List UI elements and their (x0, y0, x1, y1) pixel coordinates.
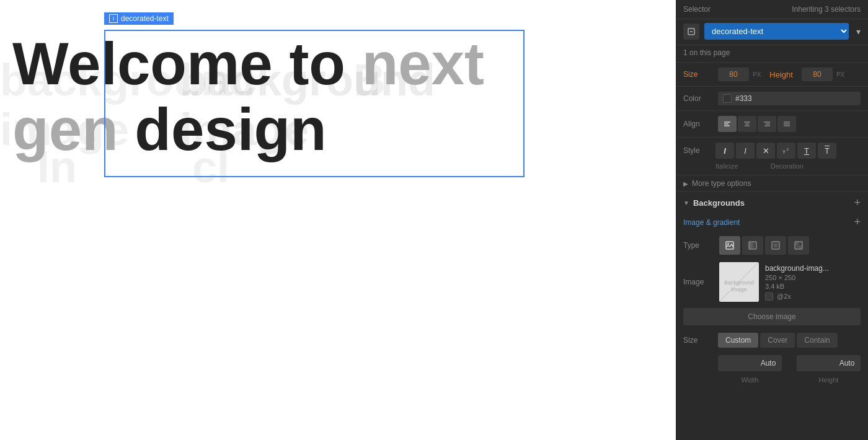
type-gradient-linear-btn[interactable] (742, 236, 763, 255)
dropdown-arrow: ▾ (856, 27, 861, 37)
backgrounds-section-header[interactable]: ▼ Backgrounds + (676, 192, 868, 213)
image-gradient-text: Image & gradient (683, 218, 740, 227)
selection-label: I decorated-text (104, 12, 174, 25)
height-input-group: − (797, 355, 861, 371)
bg-size-row: Size Custom Cover Contain (676, 328, 868, 353)
superscript-btn[interactable]: T2 (777, 143, 795, 159)
align-left-btn[interactable] (718, 116, 737, 132)
svg-rect-25 (795, 245, 799, 249)
selector-dropdown-row: decorated-text ▾ (676, 19, 868, 45)
svg-text:Background: Background (724, 279, 754, 286)
welcome-to-text: Welcome to (12, 30, 362, 97)
selection-label-text: decorated-text (121, 14, 169, 23)
italic-oblique-btn[interactable]: I (736, 143, 755, 159)
selector-dropdown[interactable]: decorated-text (704, 23, 849, 40)
strikethrough-btn[interactable]: ✕ (756, 143, 775, 159)
bg-height-input[interactable] (797, 356, 861, 371)
color-value: #333 (735, 94, 752, 103)
backgrounds-collapse-arrow: ▼ (683, 200, 689, 206)
svg-rect-21 (773, 242, 779, 249)
svg-rect-24 (799, 242, 802, 245)
height-label: Height (769, 70, 793, 79)
size-height-input[interactable] (802, 68, 833, 81)
selector-bar: Selector Inheriting 3 selectors (676, 0, 868, 19)
width-input-group: − (718, 355, 782, 371)
overline-btn[interactable]: T (818, 143, 836, 159)
main-heading: Welcome to next gen design (12, 31, 484, 162)
on-page-count: 1 on this page (683, 48, 730, 57)
align-justify-btn[interactable] (777, 116, 796, 132)
image-dims: 250 × 250 (765, 274, 861, 281)
bg-size-label: Size (683, 336, 713, 345)
heading-text-line2: gen design (12, 97, 484, 162)
more-type-options-row[interactable]: ▶ More type options (676, 175, 868, 192)
bg-width-input[interactable] (718, 356, 782, 371)
style-section: Style I I ✕ T2 T T Italicize Decoration (676, 138, 868, 175)
svg-point-17 (727, 243, 729, 245)
align-row: Align (683, 116, 861, 132)
wh-labels-row: Width Height (676, 376, 868, 387)
style-btn-group: I I ✕ T2 T T (715, 143, 861, 159)
svg-text:2: 2 (787, 147, 789, 151)
align-buttons (718, 116, 796, 132)
next-text: next (362, 30, 484, 97)
at2x-label: @2x (777, 293, 791, 300)
size-width-input[interactable] (718, 68, 749, 81)
choose-image-btn[interactable]: Choose image (683, 308, 861, 325)
size-row: Size PX Height PX (683, 68, 861, 81)
italic-btn[interactable]: I (715, 143, 734, 159)
type-gradient-radial-btn[interactable] (765, 236, 786, 255)
size-width-unit: PX (753, 71, 761, 78)
heading-text: Welcome to next (12, 31, 484, 97)
decoration-sublabel: Decoration (771, 162, 804, 170)
size-contain-btn[interactable]: Contain (797, 333, 837, 348)
at2x-checkbox[interactable] (765, 293, 773, 301)
on-page-info: 1 on this page (676, 45, 868, 63)
width-label: Width (718, 376, 782, 384)
type-gradient-conic-btn[interactable] (788, 236, 809, 255)
element-type-icon: I (109, 14, 118, 23)
align-center-btn[interactable] (738, 116, 756, 132)
wh-label-spacer (683, 376, 713, 384)
backgrounds-label: Backgrounds (693, 198, 745, 208)
right-panel: Selector Inheriting 3 selectors decorate… (676, 0, 868, 440)
selector-inheriting: Inheriting 3 selectors (792, 5, 861, 14)
at2x-row: @2x (765, 293, 861, 301)
color-label: Color (683, 94, 713, 103)
backgrounds-add-btn[interactable]: + (854, 197, 861, 208)
align-section: Align (676, 111, 868, 138)
bg-size-btn-group: Custom Cover Contain (718, 333, 838, 348)
style-label: Style (683, 146, 713, 155)
color-swatch (723, 94, 732, 103)
color-input-wrap[interactable]: #333 (718, 92, 861, 105)
image-gradient-add-btn[interactable]: + (854, 216, 861, 229)
type-image-btn[interactable] (719, 236, 740, 255)
svg-rect-19 (750, 242, 756, 249)
image-row-label: Image (683, 278, 713, 286)
image-thumbnail: Background Image (719, 262, 759, 302)
svg-text:Image: Image (731, 286, 746, 293)
image-gradient-label: Image & gradient + (676, 213, 868, 232)
backgrounds-header-left: ▼ Backgrounds (683, 198, 745, 208)
style-row: Style I I ✕ T2 T T (683, 143, 861, 159)
height-label: Height (797, 376, 861, 384)
size-custom-btn[interactable]: Custom (718, 333, 758, 348)
size-section: Size PX Height PX (676, 63, 868, 87)
bg-type-row: Type (676, 232, 868, 258)
svg-rect-23 (795, 242, 799, 245)
image-name: background-imag... (765, 264, 861, 273)
height-input-group: PX (802, 68, 844, 81)
image-size: 3.4 kB (765, 283, 861, 290)
image-row: Image Background Image background-imag..… (676, 258, 868, 306)
size-label: Size (683, 70, 713, 79)
size-cover-btn[interactable]: Cover (760, 333, 795, 348)
wh-label-spacer2 (787, 376, 792, 384)
image-info: background-imag... 250 × 250 3.4 kB @2x (765, 264, 861, 301)
underline-btn[interactable]: T (797, 143, 816, 159)
bg-type-label: Type (683, 241, 713, 250)
selector-element-icon (683, 24, 699, 40)
align-right-btn[interactable] (758, 116, 776, 132)
selector-label: Selector (683, 5, 711, 14)
style-sub-labels: Italicize Decoration (683, 162, 861, 170)
size-input-group: PX (718, 68, 761, 81)
